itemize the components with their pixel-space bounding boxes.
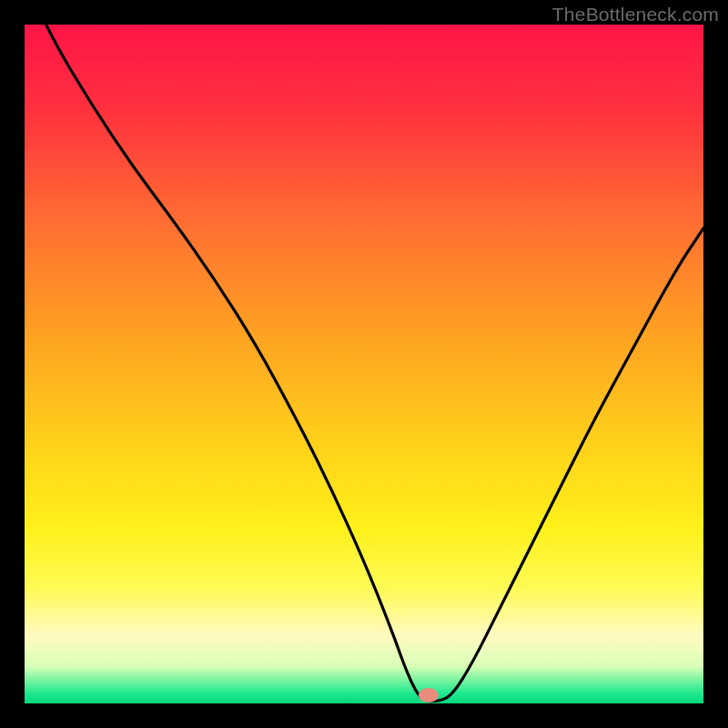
- plot-area: [25, 25, 703, 703]
- gradient-background: [25, 25, 703, 703]
- bottleneck-chart: [25, 25, 703, 703]
- optimal-marker: [419, 688, 439, 703]
- watermark-label: TheBottleneck.com: [552, 4, 719, 25]
- chart-frame: TheBottleneck.com: [0, 0, 728, 728]
